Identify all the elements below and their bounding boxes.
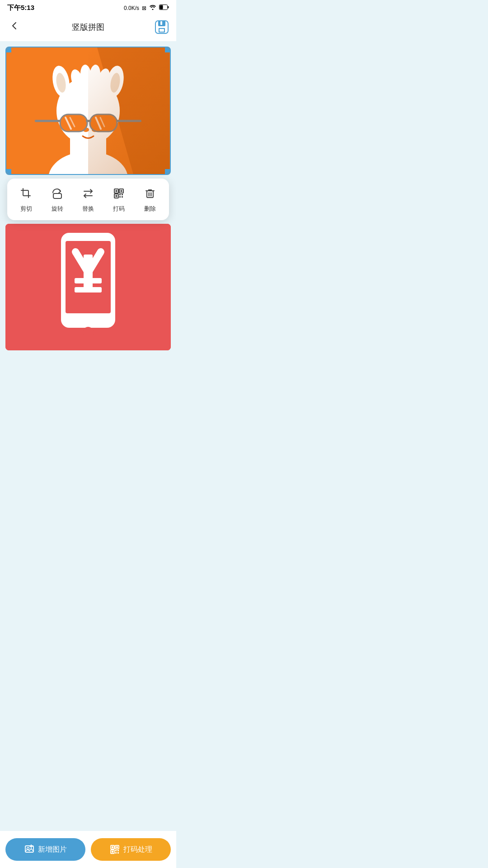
network-speed: 0.0K/s: [124, 5, 139, 11]
battery-icon: [159, 5, 169, 11]
status-bar: 下午5:13 0.0K/s ⊠: [0, 0, 176, 14]
svg-point-51: [83, 327, 94, 338]
svg-rect-27: [35, 120, 61, 122]
svg-rect-6: [160, 29, 164, 32]
signal-icon: ⊠: [142, 5, 146, 11]
crop-label: 剪切: [20, 205, 32, 213]
alpaca-image: [6, 47, 170, 174]
content-wrapper: 剪切 旋转: [0, 41, 176, 392]
toolbar-delete[interactable]: 删除: [139, 186, 161, 215]
toolbar-popup: 剪切 旋转: [7, 179, 169, 220]
image-panel-2[interactable]: [5, 224, 171, 350]
main-content: 剪切 旋转: [0, 41, 176, 356]
status-time: 下午5:13: [7, 4, 34, 12]
svg-rect-41: [119, 194, 121, 195]
svg-rect-24: [60, 114, 87, 132]
replace-label: 替换: [82, 205, 94, 213]
crop-icon: [20, 188, 32, 201]
svg-rect-39: [121, 190, 122, 192]
svg-rect-28: [116, 120, 141, 122]
status-icons: 0.0K/s ⊠: [124, 5, 169, 11]
rotate-icon: [52, 188, 63, 201]
svg-rect-40: [116, 195, 117, 197]
svg-rect-38: [116, 190, 117, 192]
svg-rect-26: [86, 120, 91, 122]
qr-label: 打码: [113, 205, 125, 213]
svg-rect-53: [75, 278, 102, 283]
toolbar-rotate[interactable]: 旋转: [46, 186, 69, 215]
back-button[interactable]: [7, 19, 22, 36]
svg-rect-54: [75, 287, 102, 292]
qr-icon: [113, 188, 125, 201]
svg-rect-7: [160, 21, 162, 25]
svg-rect-42: [122, 194, 123, 195]
wifi-icon: [149, 5, 156, 11]
svg-rect-44: [122, 196, 123, 198]
svg-rect-43: [119, 196, 121, 198]
svg-rect-2: [160, 5, 163, 9]
payment-image: [5, 224, 171, 350]
image-panel-1[interactable]: [5, 47, 171, 175]
delete-icon: [144, 188, 156, 201]
save-button[interactable]: [155, 20, 169, 34]
svg-rect-1: [168, 6, 169, 9]
toolbar-qr[interactable]: 打码: [108, 186, 130, 215]
toolbar-crop[interactable]: 剪切: [15, 186, 38, 215]
delete-label: 删除: [144, 205, 156, 213]
header: 竖版拼图: [0, 14, 176, 41]
page-title: 竖版拼图: [72, 22, 104, 33]
toolbar-replace[interactable]: 替换: [77, 186, 99, 215]
rotate-label: 旋转: [52, 205, 63, 213]
svg-rect-34: [53, 193, 61, 198]
replace-icon: [82, 188, 94, 201]
